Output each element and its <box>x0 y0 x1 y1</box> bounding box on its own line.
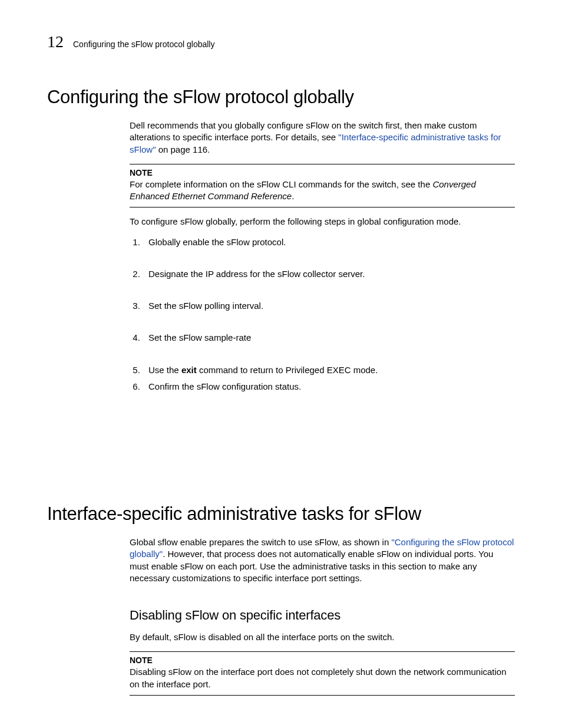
note-label-2: NOTE <box>130 655 515 665</box>
step-4: Set the sFlow sample-rate <box>143 332 515 344</box>
intro-paragraph: Dell recommends that you globally config… <box>130 120 515 156</box>
chapter-number: 12 <box>47 32 64 51</box>
intro-text-post: on page 116. <box>156 144 210 154</box>
page: 12 Configuring the sFlow protocol global… <box>0 0 562 728</box>
subsection-heading-disabling: Disabling sFlow on specific interfaces <box>130 608 515 623</box>
running-header: 12 Configuring the sFlow protocol global… <box>47 32 515 51</box>
step-5-bold: exit <box>181 365 197 375</box>
step-5-pre: Use the <box>148 365 181 375</box>
note-box-disable: NOTE Disabling sFlow on the interface po… <box>130 651 515 696</box>
section2-intro-pre: Global sflow enable prepares the switch … <box>130 537 391 547</box>
step-6: Confirm the sFlow configuration status. <box>143 381 515 393</box>
running-title: Configuring the sFlow protocol globally <box>73 39 214 49</box>
section2-body: Global sflow enable prepares the switch … <box>130 536 515 696</box>
note-box-cli: NOTE For complete information on the sFl… <box>130 164 515 208</box>
steps-list: Globally enable the sFlow protocol. Desi… <box>130 236 515 393</box>
step-1: Globally enable the sFlow protocol. <box>143 236 515 248</box>
note-body-2: Disabling sFlow on the interface port do… <box>130 666 515 690</box>
section2-intro-post: . However, that process does not automat… <box>130 549 493 583</box>
note-text-pre: For complete information on the sFlow CL… <box>130 179 432 189</box>
step-5: Use the exit command to return to Privil… <box>143 364 515 376</box>
note-label: NOTE <box>130 168 515 177</box>
section-gap <box>47 397 515 503</box>
section2-intro: Global sflow enable prepares the switch … <box>130 536 515 584</box>
section1-body: Dell recommends that you globally config… <box>130 120 515 393</box>
section-heading-configuring: Configuring the sFlow protocol globally <box>47 87 515 108</box>
step-2: Designate the IP address for the sFlow c… <box>143 268 515 280</box>
note-text-post: . <box>292 191 294 201</box>
subsection-intro: By default, sFlow is disabled on all the… <box>130 631 515 643</box>
note-body: For complete information on the sFlow CL… <box>130 179 515 203</box>
section-heading-interface-tasks: Interface-specific administrative tasks … <box>47 503 515 525</box>
step-5-post: command to return to Privileged EXEC mod… <box>197 365 378 375</box>
lead-paragraph: To configure sFlow globally, perform the… <box>130 216 515 228</box>
step-3: Set the sFlow polling interval. <box>143 300 515 312</box>
